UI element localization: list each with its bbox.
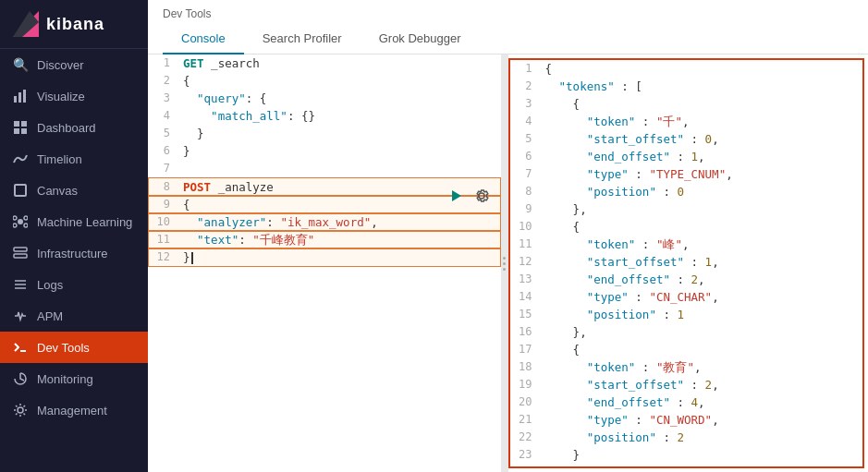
output-line-23: 23 } [510, 446, 863, 464]
tab-grok-debugger[interactable]: Grok Debugger [361, 24, 480, 54]
svg-rect-8 [21, 128, 27, 134]
output-line-17: 17 { [510, 341, 863, 358]
page-header: Dev Tools Console Search Profiler Grok D… [148, 0, 868, 54]
output-panel[interactable]: 1 { 2 "tokens" : [ 3 { 4 "token" : "千", [508, 58, 865, 468]
editor-line-2: 2 { [148, 72, 501, 90]
panel-divider[interactable] [501, 54, 508, 472]
code-editor[interactable]: 1 GET _search 2 { 3 "query": { 4 "match_… [148, 54, 501, 472]
svg-rect-15 [14, 248, 27, 251]
sidebar-item-dev-tools[interactable]: Dev Tools [0, 332, 148, 363]
svg-rect-4 [23, 90, 26, 103]
logo: kibana [0, 0, 148, 49]
sidebar-item-canvas-label: Canvas [37, 184, 78, 198]
apm-icon [13, 309, 28, 323]
svg-rect-16 [14, 254, 27, 258]
infrastructure-icon [13, 246, 28, 260]
output-line-10: 10 { [510, 218, 863, 236]
sidebar-item-discover-label: Discover [37, 58, 84, 72]
page-title: Dev Tools [163, 7, 853, 20]
output-line-13: 13 "end_offset" : 2, [510, 271, 863, 288]
tab-search-profiler[interactable]: Search Profiler [244, 24, 361, 54]
divider-handle [503, 257, 506, 271]
output-line-9: 9 }, [510, 200, 863, 218]
output-line-14: 14 "type" : "CN_CHAR", [510, 288, 863, 306]
editor-line-5: 5 } [148, 125, 501, 142]
sidebar-item-machine-learning[interactable]: Machine Learning [0, 206, 148, 237]
sidebar-item-apm-label: APM [37, 309, 63, 323]
settings-button[interactable] [471, 186, 492, 206]
dev-tools-icon [13, 340, 28, 355]
sidebar-item-monitoring-label: Monitoring [37, 372, 93, 386]
sidebar-item-logs[interactable]: Logs [0, 269, 148, 300]
tab-console[interactable]: Console [163, 24, 244, 54]
sidebar-item-visualize[interactable]: Visualize [0, 80, 148, 112]
dashboard-icon [13, 120, 28, 135]
sidebar-item-logs-label: Logs [37, 278, 63, 292]
svg-point-12 [24, 216, 28, 220]
output-line-19: 19 "start_offset" : 2, [510, 376, 863, 393]
output-line-16: 16 }, [510, 323, 863, 341]
output-line-3: 3 { [510, 95, 863, 113]
kibana-logo-icon [13, 11, 39, 37]
svg-marker-22 [452, 190, 461, 201]
machine-learning-icon [13, 214, 28, 229]
sidebar-item-canvas[interactable]: Canvas [0, 175, 148, 206]
canvas-icon [13, 183, 28, 198]
sidebar-item-dashboard-label: Dashboard [37, 121, 96, 135]
logo-text: kibana [46, 15, 104, 34]
editor-line-1: 1 GET _search [148, 54, 501, 72]
logs-icon [13, 277, 28, 292]
output-line-8: 8 "position" : 0 [510, 183, 863, 200]
timelion-icon [13, 151, 28, 166]
output-line-21: 21 "type" : "CN_WORD", [510, 411, 863, 429]
output-line-11: 11 "token" : "峰", [510, 236, 863, 253]
svg-rect-6 [21, 121, 27, 127]
sidebar: kibana 🔍 Discover Visualize Dashboard Ti… [0, 0, 148, 472]
sidebar-item-management-label: Management [37, 404, 107, 418]
output-line-4: 4 "token" : "千", [510, 113, 863, 130]
output-line-24: 24 ] [510, 464, 863, 468]
svg-point-13 [13, 224, 17, 227]
editor-area: 1 GET _search 2 { 3 "query": { 4 "match_… [148, 54, 868, 472]
svg-rect-7 [14, 128, 19, 134]
monitoring-icon [13, 371, 28, 386]
sidebar-item-infrastructure[interactable]: Infrastructure [0, 237, 148, 269]
management-icon [13, 403, 28, 418]
editor-line-10: 10 "analyzer": "ik_max_word", [148, 213, 501, 231]
output-line-6: 6 "end_offset" : 1, [510, 148, 863, 165]
sidebar-item-discover[interactable]: 🔍 Discover [0, 49, 148, 80]
svg-rect-9 [15, 185, 26, 196]
editor-line-4: 4 "match_all": {} [148, 107, 501, 125]
editor-line-11: 11 "text": "千峰教育" [148, 231, 501, 248]
run-button[interactable] [446, 186, 466, 206]
sidebar-item-management[interactable]: Management [0, 394, 148, 426]
svg-rect-2 [14, 96, 17, 103]
sidebar-item-timelion[interactable]: Timelion [0, 143, 148, 175]
output-editor: 1 { 2 "tokens" : [ 3 { 4 "token" : "千", [510, 60, 863, 468]
output-line-12: 12 "start_offset" : 1, [510, 253, 863, 271]
output-line-20: 20 "end_offset" : 4, [510, 393, 863, 411]
editor-line-3: 3 "query": { [148, 90, 501, 107]
sidebar-item-machine-learning-label: Machine Learning [37, 215, 132, 229]
sidebar-item-infrastructure-label: Infrastructure [37, 247, 108, 260]
visualize-icon [13, 89, 28, 103]
sidebar-item-monitoring[interactable]: Monitoring [0, 363, 148, 394]
output-line-18: 18 "token" : "教育", [510, 358, 863, 376]
main-content: Dev Tools Console Search Profiler Grok D… [148, 0, 868, 472]
action-buttons [446, 186, 492, 206]
editor-line-12: 12 } [148, 248, 501, 267]
output-line-22: 22 "position" : 2 [510, 429, 863, 446]
editor-line-7: 7 [148, 160, 501, 177]
sidebar-item-dashboard[interactable]: Dashboard [0, 112, 148, 143]
output-line-5: 5 "start_offset" : 0, [510, 130, 863, 148]
svg-point-14 [24, 224, 28, 227]
tab-bar: Console Search Profiler Grok Debugger [163, 24, 853, 54]
svg-rect-3 [18, 92, 21, 103]
svg-point-11 [13, 216, 17, 220]
output-line-1: 1 { [510, 60, 863, 78]
sidebar-item-dev-tools-label: Dev Tools [37, 341, 90, 355]
output-line-7: 7 "type" : "TYPE_CNUM", [510, 165, 863, 183]
sidebar-item-visualize-label: Visualize [37, 90, 85, 103]
sidebar-item-apm[interactable]: APM [0, 300, 148, 332]
svg-rect-5 [14, 121, 19, 127]
